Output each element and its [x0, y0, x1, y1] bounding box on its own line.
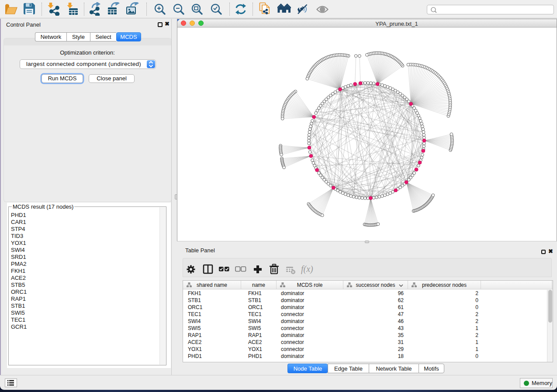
svg-text:f(x): f(x)	[301, 264, 313, 274]
